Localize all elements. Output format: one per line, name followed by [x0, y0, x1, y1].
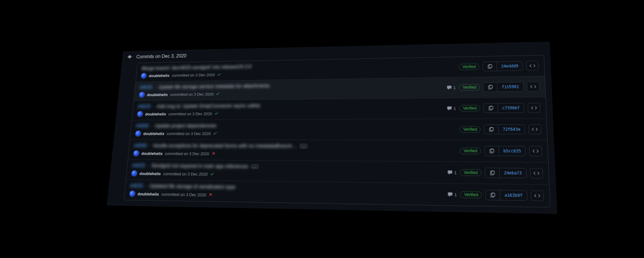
- separator: -: [153, 104, 155, 109]
- x-icon[interactable]: [211, 151, 216, 156]
- comments-link[interactable]: 1: [447, 106, 456, 111]
- commit-sha-link[interactable]: a163b9f: [500, 190, 527, 200]
- issue-link[interactable]: #4025: [132, 163, 146, 169]
- commit-info: #4025 - Update file storage service meta…: [139, 81, 443, 98]
- verified-badge[interactable]: Verified: [460, 147, 481, 154]
- commit-date: committed on 3 Dec 2020: [163, 171, 208, 176]
- avatar[interactable]: [135, 131, 141, 137]
- author-link[interactable]: doublehelix: [145, 112, 166, 116]
- commit-actions: 1Verifieda163b9f: [447, 189, 544, 201]
- copy-sha-button[interactable]: [483, 62, 497, 71]
- commit-title-link[interactable]: Update file storage service metadata for…: [158, 83, 271, 90]
- sha-button-group: b5cc635: [485, 146, 526, 156]
- commit-title-link[interactable]: handle exceptions for deprecated forms w…: [153, 143, 297, 149]
- commit-actions: Verified24eddd9: [459, 61, 539, 72]
- commit-date: committed on 3 Dec 2020: [168, 111, 213, 116]
- issue-link[interactable]: #4025: [138, 104, 151, 109]
- browse-code-button[interactable]: [526, 61, 539, 71]
- browse-code-button[interactable]: [528, 124, 542, 134]
- check-icon[interactable]: [217, 72, 222, 77]
- commit-title-link[interactable]: Add msg id. Update SmtpConnector async s…: [156, 103, 260, 109]
- commit-sha-link[interactable]: 24eba73: [500, 168, 526, 178]
- issue-link[interactable]: #4025: [130, 183, 143, 189]
- check-icon[interactable]: [214, 111, 219, 116]
- check-icon[interactable]: [213, 131, 217, 136]
- commit-title-line: #4025 - Sendgrid not required in main ap…: [132, 163, 443, 171]
- author-link[interactable]: doublehelix: [143, 131, 165, 136]
- check-icon[interactable]: [210, 172, 214, 177]
- commit-actions: 1Verifiedf155901: [447, 82, 540, 92]
- avatar[interactable]: [133, 150, 139, 156]
- commit-sha-link[interactable]: c7396bf: [498, 103, 524, 113]
- browse-code-button[interactable]: [530, 168, 543, 178]
- sha-button-group: a163b9f: [485, 190, 527, 201]
- copy-sha-button[interactable]: [484, 125, 499, 134]
- commit-meta: doublehelixcommitted on 3 Dec 2020: [135, 130, 456, 136]
- comments-link[interactable]: 1: [447, 192, 457, 197]
- commit-sha-link[interactable]: f155901: [497, 82, 523, 92]
- issue-link[interactable]: #4060: [136, 123, 149, 129]
- author-link[interactable]: doublehelix: [137, 191, 159, 196]
- verified-badge[interactable]: Verified: [459, 64, 480, 70]
- copy-sha-button[interactable]: [484, 83, 498, 92]
- commit-sha-link[interactable]: 24eddd9: [497, 62, 523, 71]
- author-link[interactable]: doublehelix: [147, 92, 168, 97]
- avatar[interactable]: [141, 73, 147, 79]
- x-icon[interactable]: [208, 192, 213, 198]
- avatar[interactable]: [139, 92, 145, 98]
- comments-link[interactable]: 1: [447, 170, 457, 175]
- browse-code-button[interactable]: [531, 190, 544, 201]
- commit-meta: doublehelixcommitted on 3 Dec 2020: [139, 88, 443, 98]
- issue-link[interactable]: #4060: [134, 143, 147, 148]
- copy-sha-button[interactable]: [486, 190, 500, 200]
- copy-sha-button[interactable]: [485, 168, 500, 178]
- separator: -: [147, 163, 149, 168]
- verified-badge[interactable]: Verified: [460, 169, 482, 176]
- commit-title-link[interactable]: Updated file storage id serialization ty…: [149, 183, 236, 190]
- commit-row: #4025 - Updated file storage id serializ…: [124, 180, 550, 207]
- commit-title-link[interactable]: Update project dependencies: [155, 123, 217, 129]
- commit-sha-link[interactable]: 72f643e: [498, 125, 525, 134]
- commit-info: #4025 - Sendgrid not required in main ap…: [131, 163, 443, 180]
- commit-title-link[interactable]: Sendgrid not required in main app refere…: [151, 163, 248, 169]
- sha-button-group: f155901: [483, 82, 524, 92]
- commit-date: committed on 3 Dec 2020: [172, 73, 215, 78]
- issue-link[interactable]: #4025: [139, 85, 153, 90]
- commit-row: #4060 - Update project dependenciesdoubl…: [130, 119, 547, 140]
- separator: -: [151, 123, 153, 129]
- verified-badge[interactable]: Verified: [459, 105, 480, 111]
- commit-actions: 1Verifiedc7396bf: [447, 103, 540, 113]
- separator: -: [155, 84, 156, 90]
- copy-sha-button[interactable]: [485, 146, 499, 156]
- commit-title-link[interactable]: Merge branch 'dev/4025-sendgrid' into re…: [141, 64, 251, 71]
- commit-actions: Verifiedb5cc635: [460, 146, 542, 156]
- commit-title-line: #4060 - handle exceptions for deprecated…: [134, 143, 456, 149]
- avatar[interactable]: [131, 170, 137, 176]
- commit-actions: Verified72f643e: [459, 124, 541, 134]
- commit-info: #4060 - Update project dependenciesdoubl…: [135, 122, 456, 137]
- commit-meta: doublehelixcommitted on 3 Dec 2020: [133, 150, 456, 158]
- author-link[interactable]: doublehelix: [149, 73, 170, 78]
- verified-badge[interactable]: Verified: [459, 126, 481, 133]
- expand-message-button[interactable]: …: [299, 144, 308, 149]
- browse-code-button[interactable]: [529, 146, 542, 156]
- expand-message-button[interactable]: …: [251, 164, 259, 169]
- commit-title-line: #4025 - Add msg id. Update SmtpConnector…: [138, 101, 443, 109]
- check-icon[interactable]: [216, 91, 220, 96]
- verified-badge[interactable]: Verified: [459, 84, 480, 91]
- author-link[interactable]: doublehelix: [139, 171, 161, 176]
- timeline-date-heading: Commits on Dec 3, 2020: [136, 53, 187, 59]
- copy-sha-button[interactable]: [484, 104, 498, 113]
- commit-sha-link[interactable]: b5cc635: [499, 146, 526, 156]
- browse-code-button[interactable]: [527, 82, 540, 92]
- author-link[interactable]: doublehelix: [141, 151, 163, 156]
- commit-actions: 1Verified24eba73: [447, 167, 543, 178]
- avatar[interactable]: [137, 111, 143, 117]
- comments-link[interactable]: 1: [447, 85, 456, 90]
- verified-badge[interactable]: Verified: [460, 191, 482, 198]
- browse-code-button[interactable]: [527, 103, 540, 113]
- avatar[interactable]: [129, 191, 136, 197]
- commit-info: #4025 - Add msg id. Update SmtpConnector…: [137, 101, 443, 117]
- commit-meta: doublehelixcommitted on 3 Dec 2020: [131, 170, 443, 180]
- commit-info: #4060 - handle exceptions for deprecated…: [133, 143, 456, 158]
